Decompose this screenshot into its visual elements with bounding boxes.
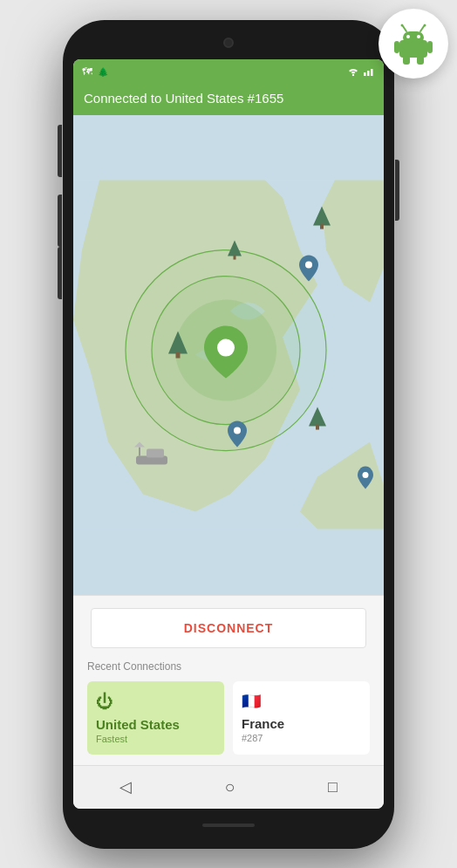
us-card-subtitle: Fastest [96, 734, 215, 744]
svg-rect-10 [403, 56, 410, 65]
svg-rect-11 [417, 56, 424, 65]
svg-rect-9 [427, 41, 433, 53]
connected-header: Connected to United States #1655 [73, 84, 384, 115]
recent-connections: Recent Connections ⏻ United States Faste… [73, 660, 384, 765]
android-icon [392, 23, 434, 65]
france-flag-icon: 🇫🇷 [242, 692, 361, 711]
phone-top-bar [73, 31, 384, 57]
svg-point-5 [401, 24, 404, 27]
map-area [73, 115, 384, 594]
svg-rect-37 [147, 449, 164, 458]
svg-point-2 [406, 35, 410, 38]
vpn-app-icon: 🗺 [82, 65, 92, 78]
back-button[interactable]: ◁ [119, 777, 132, 796]
svg-rect-8 [394, 41, 399, 53]
svg-line-6 [420, 26, 424, 31]
android-badge [379, 9, 448, 79]
svg-point-12 [352, 74, 354, 76]
france-card-subtitle: #287 [242, 733, 361, 743]
france-country-name: France [242, 716, 361, 731]
svg-rect-14 [367, 71, 370, 76]
home-button[interactable]: ○ [225, 777, 235, 797]
svg-rect-13 [364, 72, 366, 76]
phone-body: 🗺 🌲 [63, 20, 394, 849]
bottom-navigation: ◁ ○ □ [73, 765, 384, 809]
svg-rect-26 [176, 352, 181, 359]
connection-cards: ⏻ United States Fastest 🇫🇷 France #287 [87, 681, 370, 755]
us-connection-card[interactable]: ⏻ United States Fastest [87, 681, 224, 755]
svg-rect-32 [234, 256, 236, 260]
svg-point-34 [234, 427, 241, 434]
phone-container: 🗺 🌲 [0, 0, 457, 868]
phone-bottom-bar [73, 812, 384, 838]
recents-button[interactable]: □ [328, 778, 338, 796]
status-bar-right [347, 66, 375, 78]
recent-connections-title: Recent Connections [87, 660, 370, 673]
us-power-icon: ⏻ [96, 692, 215, 712]
svg-point-33 [305, 262, 312, 269]
front-camera [223, 38, 234, 48]
svg-rect-15 [371, 69, 373, 76]
svg-line-4 [403, 26, 406, 31]
svg-rect-23 [320, 224, 324, 229]
status-bar: 🗺 🌲 [73, 59, 384, 84]
disconnect-section: DISCONNECT [73, 595, 384, 660]
status-bar-left: 🗺 🌲 [82, 65, 108, 78]
tree-status-icon: 🌲 [98, 67, 108, 77]
svg-point-3 [417, 35, 420, 38]
svg-rect-29 [316, 425, 319, 430]
svg-point-7 [424, 24, 426, 27]
svg-point-35 [363, 473, 369, 479]
disconnect-button[interactable]: DISCONNECT [91, 608, 366, 648]
france-connection-card[interactable]: 🇫🇷 France #287 [233, 681, 370, 755]
phone-screen: 🗺 🌲 [73, 59, 384, 808]
map-svg [73, 115, 384, 594]
svg-point-20 [217, 339, 235, 357]
us-country-name: United States [96, 717, 215, 732]
wifi-icon [347, 66, 359, 78]
signal-icon [363, 66, 375, 78]
home-indicator [202, 824, 255, 827]
connected-text: Connected to United States #1655 [84, 91, 283, 106]
svg-rect-1 [403, 31, 424, 44]
